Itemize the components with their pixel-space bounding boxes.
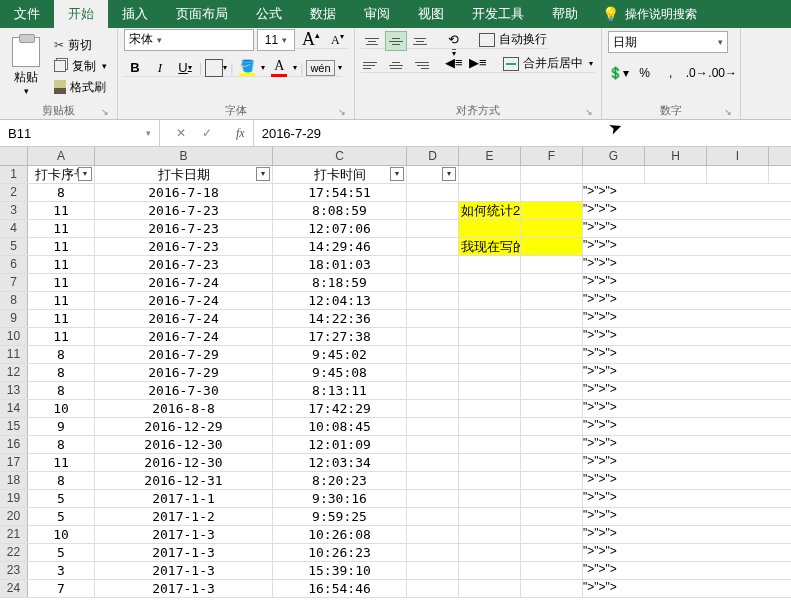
orientation-button[interactable]: ⟲▾ <box>443 31 465 51</box>
cell[interactable] <box>459 526 521 543</box>
cell[interactable]: 2016-8-8 <box>95 400 273 417</box>
filter-A[interactable]: ▾ <box>78 167 92 181</box>
decrease-decimal-button[interactable]: .00→ <box>712 63 734 83</box>
cell[interactable]: 8 <box>28 346 95 363</box>
row-head[interactable]: 19 <box>0 490 28 507</box>
cell[interactable]: 2016-7-29 <box>95 364 273 381</box>
cell[interactable]: 9:45:08 <box>273 364 407 381</box>
cell[interactable]: 11 <box>28 328 95 345</box>
cell-D1[interactable]: ▾ <box>407 166 459 183</box>
row-head[interactable]: 4 <box>0 220 28 237</box>
cell[interactable]: 2017-1-3 <box>95 544 273 561</box>
enter-formula-button[interactable]: ✓ <box>202 126 212 140</box>
row-head[interactable]: 23 <box>0 562 28 579</box>
tab-data[interactable]: 数据 <box>296 0 350 28</box>
col-G[interactable]: G <box>583 147 645 165</box>
cell[interactable]: 5 <box>28 508 95 525</box>
row-head[interactable]: 24 <box>0 580 28 597</box>
italic-button[interactable]: I <box>149 57 171 79</box>
cell[interactable] <box>407 238 459 255</box>
cell[interactable] <box>407 202 459 219</box>
row-head[interactable]: 3 <box>0 202 28 219</box>
cell[interactable]: 8:18:59 <box>273 274 407 291</box>
decrease-indent-button[interactable]: ◀≡ <box>443 55 465 72</box>
cell[interactable] <box>459 580 521 597</box>
cell[interactable]: 8 <box>28 472 95 489</box>
cell[interactable]: 2017-1-1 <box>95 490 273 507</box>
cell[interactable]: 11 <box>28 292 95 309</box>
cell[interactable]: 2016-7-18 <box>95 184 273 201</box>
col-F[interactable]: F <box>521 147 583 165</box>
select-all-corner[interactable] <box>0 147 28 165</box>
align-launcher[interactable]: ↘ <box>585 107 593 117</box>
row-head[interactable]: 18 <box>0 472 28 489</box>
decrease-font-button[interactable]: A▾ <box>327 32 348 48</box>
row-head[interactable]: 11 <box>0 346 28 363</box>
increase-indent-button[interactable]: ▶≡ <box>467 55 489 72</box>
cell[interactable]: 2016-7-23 <box>95 256 273 273</box>
cell[interactable]: 12:03:34 <box>273 454 407 471</box>
cell[interactable] <box>459 256 521 273</box>
cell[interactable]: 2016-7-24 <box>95 310 273 327</box>
align-middle-button[interactable] <box>385 31 407 51</box>
cell[interactable]: 17:42:29 <box>273 400 407 417</box>
clipboard-launcher[interactable]: ↘ <box>101 107 109 117</box>
number-launcher[interactable]: ↘ <box>724 107 732 117</box>
cell[interactable]: 2016-7-23 <box>95 220 273 237</box>
cell[interactable] <box>407 364 459 381</box>
row-head[interactable]: 6 <box>0 256 28 273</box>
underline-button[interactable]: U▾ <box>174 57 196 79</box>
cell[interactable] <box>407 328 459 345</box>
col-E[interactable]: E <box>459 147 521 165</box>
filter-C[interactable]: ▾ <box>390 167 404 181</box>
row-head[interactable]: 2 <box>0 184 28 201</box>
cell[interactable]: 18:01:03 <box>273 256 407 273</box>
paste-button[interactable]: 粘贴 ▾ <box>6 37 46 96</box>
border-button[interactable]: ▾ <box>205 57 227 79</box>
cell[interactable]: 2016-7-24 <box>95 292 273 309</box>
cell[interactable]: 2016-7-24 <box>95 328 273 345</box>
cell[interactable]: 3 <box>28 562 95 579</box>
cell[interactable] <box>459 274 521 291</box>
cell[interactable] <box>407 274 459 291</box>
tab-dev[interactable]: 开发工具 <box>458 0 538 28</box>
cell[interactable] <box>407 508 459 525</box>
cell[interactable]: 2017-1-2 <box>95 508 273 525</box>
row-head[interactable]: 22 <box>0 544 28 561</box>
cell[interactable]: 8 <box>28 184 95 201</box>
cell[interactable] <box>459 418 521 435</box>
row-head[interactable]: 12 <box>0 364 28 381</box>
cell[interactable]: 8:13:11 <box>273 382 407 399</box>
col-B[interactable]: B <box>95 147 273 165</box>
cell[interactable] <box>459 310 521 327</box>
cell[interactable] <box>459 544 521 561</box>
row-head[interactable]: 5 <box>0 238 28 255</box>
cell[interactable]: 9:59:25 <box>273 508 407 525</box>
cell-E1[interactable] <box>459 166 521 183</box>
cell[interactable] <box>459 400 521 417</box>
cell[interactable]: 10:26:08 <box>273 526 407 543</box>
cell[interactable]: 7 <box>28 580 95 597</box>
cell[interactable]: 8 <box>28 364 95 381</box>
align-bottom-button[interactable] <box>409 31 431 51</box>
phonetic-button[interactable]: wén <box>306 60 334 76</box>
font-color-button[interactable]: A <box>268 58 290 77</box>
tab-insert[interactable]: 插入 <box>108 0 162 28</box>
number-format-combo[interactable]: 日期▾ <box>608 31 728 53</box>
align-top-button[interactable] <box>361 31 383 51</box>
tab-file[interactable]: 文件 <box>0 0 54 28</box>
cell[interactable] <box>407 526 459 543</box>
cell[interactable]: 5 <box>28 490 95 507</box>
tab-formula[interactable]: 公式 <box>242 0 296 28</box>
cell[interactable]: 11 <box>28 454 95 471</box>
cell[interactable]: 9 <box>28 418 95 435</box>
cell[interactable]: 11 <box>28 238 95 255</box>
font-size-combo[interactable]: 11▾ <box>257 29 295 51</box>
name-box[interactable]: B11▾ <box>0 120 160 146</box>
cell[interactable] <box>407 436 459 453</box>
cell-B1[interactable]: 打卡日期▾ <box>95 166 273 183</box>
row-head[interactable]: 13 <box>0 382 28 399</box>
cell[interactable]: 2016-7-23 <box>95 202 273 219</box>
align-right-button[interactable] <box>409 55 431 75</box>
align-center-button[interactable] <box>385 55 407 75</box>
